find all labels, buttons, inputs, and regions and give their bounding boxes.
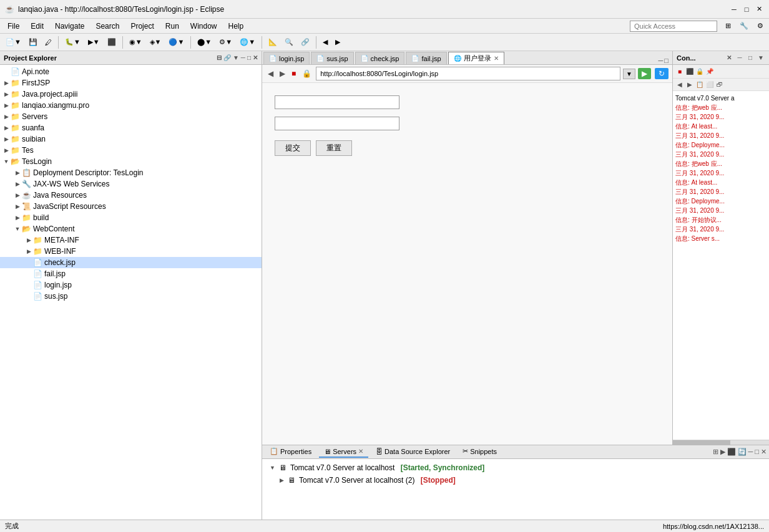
tab-sus-jsp[interactable]: 📄 sus.jsp [311,52,353,64]
bottom-stop-btn[interactable]: ⬛ [727,448,736,456]
minimize-panel-btn[interactable]: ─ [241,54,245,61]
username-input[interactable] [275,95,399,109]
toolbar-btn-13[interactable]: ▶ [332,36,343,48]
tree-item-check-jsp[interactable]: 📄 check.jsp [0,257,262,268]
tree-item-tes[interactable]: ▶ 📁 Tes [0,145,262,156]
reset-button[interactable]: 重置 [316,140,352,156]
close-panel-btn[interactable]: ✕ [253,54,258,61]
menu-edit[interactable]: Edit [26,21,49,32]
console-min-btn[interactable]: ─ [735,54,744,61]
bottom-maximize-btn[interactable]: □ [755,448,759,456]
toolbar-run[interactable]: ▶▼ [85,36,103,48]
toolbar-save-all[interactable]: 🖊 [42,37,55,48]
bottom-start-btn[interactable]: ▶ [720,448,725,456]
browser-forward-btn[interactable]: ▶ [278,69,287,79]
link-editor-btn[interactable]: 🔗 [223,54,231,61]
toolbar-btn-4[interactable]: ◈▼ [147,36,165,48]
password-input[interactable] [275,117,399,130]
maximize-button[interactable]: □ [742,4,752,14]
tab-user-login[interactable]: 🌐 用户登录 ✕ [448,52,504,64]
quick-access-input[interactable] [630,21,717,32]
tree-item-js-res[interactable]: ▶ 📜 JavaScript Resources [0,201,262,212]
tree-item-firstjsp[interactable]: ▶ 📁 FirstJSP [0,77,262,89]
maximize-panel-btn[interactable]: □ [247,54,251,61]
console-stop-btn[interactable]: ⬛ [685,68,694,75]
tree-item-sus-jsp[interactable]: 📄 sus.jsp [0,291,262,302]
console-max-btn[interactable]: □ [746,54,755,61]
tree-item-suanfa[interactable]: ▶ 📁 suanfa [0,122,262,133]
menu-search[interactable]: Search [91,21,124,32]
console-clear-btn[interactable]: ■ [675,68,684,75]
toolbar-btn-7[interactable]: ⚙▼ [216,36,235,48]
tree-item-fail-jsp[interactable]: 📄 fail.jsp [0,268,262,279]
tree-item-teslogin[interactable]: ▼ 📂 TesLogin [0,156,262,167]
tree-item-jaxws[interactable]: ▶ 🔧 JAX-WS Web Services [0,178,262,190]
submit-button[interactable]: 提交 [275,140,311,156]
tree-item-deployment[interactable]: ▶ 📋 Deployment Descriptor: TesLogin [0,167,262,178]
menu-run[interactable]: Run [160,21,184,32]
toolbar-save[interactable]: 💾 [26,36,41,48]
toolbar-btn-3[interactable]: ◉▼ [126,36,145,48]
bottom-publish-btn[interactable]: 🔄 [738,448,747,456]
tab-fail-jsp[interactable]: 📄 fail.jsp [406,52,446,64]
console-scroll-lock-btn[interactable]: 🔒 [695,68,704,75]
tree-item-meta-inf[interactable]: ▶ 📁 META-INF [0,235,262,246]
console-close-btn[interactable]: ✕ [725,54,733,61]
toolbar-icon-1[interactable]: ⊞ [722,20,734,32]
toolbar-stop[interactable]: ⬛ [104,36,119,48]
tree-item-api-note[interactable]: 📄 Api.note [0,66,262,77]
menu-project[interactable]: Project [125,21,159,32]
toolbar-btn-9[interactable]: 📐 [265,36,280,48]
browser-url-input[interactable] [316,67,620,80]
server-item-1[interactable]: ▼ 🖥 Tomcat v7.0 Server at localhost [Sta… [267,462,764,474]
tab-check-jsp[interactable]: 📄 check.jsp [355,52,405,64]
toolbar-btn-6[interactable]: ⬤▼ [194,36,215,48]
toolbar-btn-10[interactable]: 🔍 [282,36,296,48]
tree-item-lanqiao[interactable]: ▶ 📁 lanqiao.xiangmu.pro [0,100,262,111]
minimize-button[interactable]: ─ [729,4,739,14]
collapse-all-btn[interactable]: ⊟ [217,54,222,61]
tree-item-suibian[interactable]: ▶ 📁 suibian [0,133,262,145]
console-collapse-btn[interactable]: 🗗 [715,81,724,88]
bottom-collapse-btn[interactable]: ─ [748,448,753,456]
menu-window[interactable]: Window [185,21,222,32]
tab-close-user-login[interactable]: ✕ [494,55,499,62]
browser-refresh-btn[interactable]: ↻ [655,68,669,79]
console-expand-btn[interactable]: ⬜ [705,81,714,88]
console-next-btn[interactable]: ▶ [685,81,694,88]
toolbar-icon-2[interactable]: 🔧 [737,20,752,32]
tree-item-build[interactable]: ▶ 📁 build [0,212,262,223]
tab-snippets[interactable]: ✂ Snippets [458,446,502,458]
browser-back-btn[interactable]: ◀ [266,69,275,79]
server-item-2[interactable]: ▶ 🖥 Tomcat v7.0 Server at localhost (2) … [267,474,764,486]
console-copy-btn[interactable]: 📋 [695,81,704,88]
console-view-btn[interactable]: ▼ [757,54,765,61]
tree-item-servers[interactable]: ▶ 📁 Servers [0,111,262,122]
menu-help[interactable]: Help [223,21,249,32]
tree-item-webcontent[interactable]: ▼ 📂 WebContent [0,223,262,235]
close-button[interactable]: ✕ [754,4,764,14]
tab-servers[interactable]: 🖥 Servers ✕ [319,447,368,458]
tree-item-web-inf[interactable]: ▶ 📁 WEB-INF [0,246,262,257]
toolbar-debug[interactable]: 🐛▼ [62,36,84,48]
tree-item-login-jsp[interactable]: 📄 login.jsp [0,279,262,291]
menu-file[interactable]: File [2,21,24,32]
browser-stop-btn[interactable]: ■ [290,69,298,79]
url-dropdown-btn[interactable]: ▼ [623,69,635,79]
view-menu-btn[interactable]: ▼ [233,54,239,61]
tab-login-jsp[interactable]: 📄 login.jsp [263,52,310,64]
tab-servers-close[interactable]: ✕ [358,448,363,455]
toolbar-new[interactable]: 📄▼ [2,36,24,48]
tree-item-java-project[interactable]: ▶ 📁 Java.project.apiii [0,89,262,100]
bottom-close-btn[interactable]: ✕ [761,448,767,456]
toolbar-btn-8[interactable]: 🌐▼ [237,36,258,48]
tab-max-btn[interactable]: □ [664,57,669,64]
toolbar-icon-3[interactable]: ⚙ [754,20,767,32]
bottom-new-server-btn[interactable]: ⊞ [713,448,718,456]
menu-navigate[interactable]: Navigate [50,21,89,32]
tree-item-java-res[interactable]: ▶ ☕ Java Resources [0,190,262,201]
toolbar-btn-5[interactable]: 🔵▼ [165,36,187,48]
console-pin-btn[interactable]: 📌 [705,68,714,75]
toolbar-btn-11[interactable]: 🔗 [298,36,313,48]
tab-min-btn[interactable]: ─ [659,57,664,64]
